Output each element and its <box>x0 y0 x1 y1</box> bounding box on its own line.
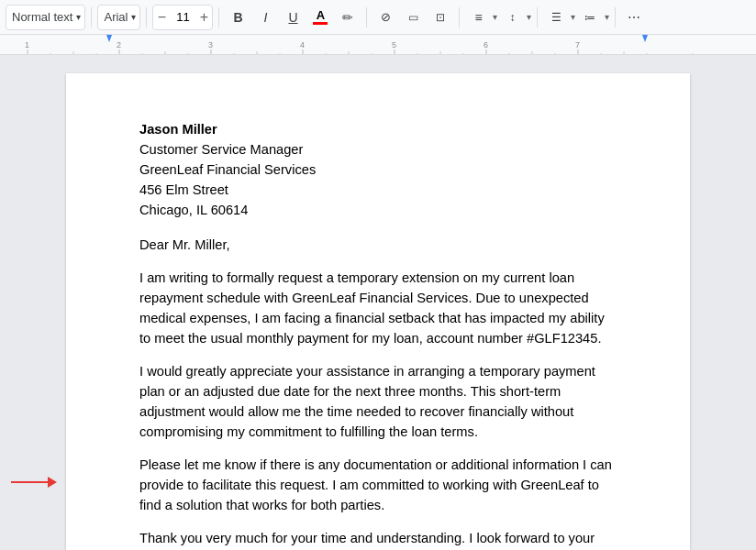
font-size-decrease-button[interactable]: − <box>153 5 170 30</box>
ruler: 1 2 3 4 5 6 7 <box>0 35 756 55</box>
toolbar: Normal text ▾ Arial ▾ − 11 + B I U A ✏ ⊘… <box>0 0 756 35</box>
line-spacing-icon: ↕ <box>509 11 515 24</box>
link-icon: ⊘ <box>381 10 391 24</box>
arrow-head <box>48 477 57 488</box>
divider-7 <box>615 7 616 28</box>
align-button[interactable]: ≡ <box>465 5 491 30</box>
style-chevron-icon: ▾ <box>76 12 81 22</box>
highlight-icon: ✏ <box>342 10 353 25</box>
font-color-button[interactable]: A <box>307 5 333 30</box>
font-color-letter: A <box>317 9 325 21</box>
font-label: Arial <box>104 10 128 24</box>
letter-body: Dear Mr. Miller, I am writing to formall… <box>139 235 617 550</box>
spacing-chevron-icon: ▾ <box>527 12 531 22</box>
svg-text:6: 6 <box>484 40 488 50</box>
font-selector[interactable]: Arial ▾ <box>97 5 140 30</box>
page: Jason Miller Customer Service Manager Gr… <box>66 73 690 550</box>
recipient-city: Chicago, IL 60614 <box>139 200 617 220</box>
svg-text:5: 5 <box>392 40 396 50</box>
numbered-list-icon: ≔ <box>584 11 595 24</box>
paragraph-3: Please let me know if there is any docum… <box>139 455 617 515</box>
font-size-increase-button[interactable]: + <box>195 5 212 30</box>
font-size-value[interactable]: 11 <box>170 10 195 24</box>
numberedlist-chevron-icon: ▾ <box>605 12 609 22</box>
numbered-list-button[interactable]: ≔ <box>577 5 603 30</box>
bold-button[interactable]: B <box>225 5 250 30</box>
align-chevron-icon: ▾ <box>493 12 497 22</box>
svg-text:1: 1 <box>25 40 29 50</box>
media-icon: ⊡ <box>436 11 445 24</box>
checklist-chevron-icon: ▾ <box>571 12 575 22</box>
insert-image-button[interactable]: ▭ <box>400 5 426 30</box>
svg-text:3: 3 <box>208 40 213 50</box>
divider-4 <box>366 7 367 28</box>
divider-6 <box>537 7 538 28</box>
more-icon: ⋯ <box>628 10 640 25</box>
document-area[interactable]: Jason Miller Customer Service Manager Gr… <box>0 55 756 550</box>
paragraph-1: I am writing to formally request a tempo… <box>139 268 617 348</box>
recipient-address: 456 Elm Street <box>139 180 617 200</box>
insert-media-button[interactable]: ⊡ <box>428 5 453 30</box>
align-icon: ≡ <box>474 10 482 25</box>
salutation: Dear Mr. Miller, <box>139 235 617 255</box>
image-icon: ▭ <box>408 11 418 24</box>
recipient-block: Jason Miller Customer Service Manager Gr… <box>139 119 617 220</box>
line-spacing-button[interactable]: ↕ <box>499 5 525 30</box>
style-label: Normal text <box>12 10 72 24</box>
recipient-company: GreenLeaf Financial Services <box>139 160 617 180</box>
svg-text:7: 7 <box>575 40 580 50</box>
italic-button[interactable]: I <box>252 5 278 30</box>
arrow-line <box>11 481 48 483</box>
divider-1 <box>91 7 92 28</box>
recipient-title: Customer Service Manager <box>139 139 617 160</box>
font-color-bar <box>313 22 328 25</box>
style-selector[interactable]: Normal text ▾ <box>6 5 85 30</box>
recipient-name: Jason Miller <box>139 119 617 139</box>
svg-text:4: 4 <box>300 40 305 50</box>
svg-text:2: 2 <box>117 40 121 50</box>
highlight-button[interactable]: ✏ <box>335 5 361 30</box>
svg-rect-0 <box>0 35 756 55</box>
divider-5 <box>459 7 460 28</box>
underline-button[interactable]: U <box>280 5 306 30</box>
font-size-control: − 11 + <box>152 5 213 30</box>
cursor-arrow-indicator <box>11 477 57 488</box>
checklist-icon: ☰ <box>551 11 561 24</box>
font-chevron-icon: ▾ <box>131 12 136 22</box>
checklist-button[interactable]: ☰ <box>543 5 569 30</box>
more-options-button[interactable]: ⋯ <box>621 5 647 30</box>
paragraph-4: Thank you very much for your time and un… <box>139 528 617 550</box>
divider-3 <box>218 7 219 28</box>
paragraph-2: I would greatly appreciate your assistan… <box>139 361 617 442</box>
divider-2 <box>146 7 147 28</box>
link-button[interactable]: ⊘ <box>372 5 398 30</box>
